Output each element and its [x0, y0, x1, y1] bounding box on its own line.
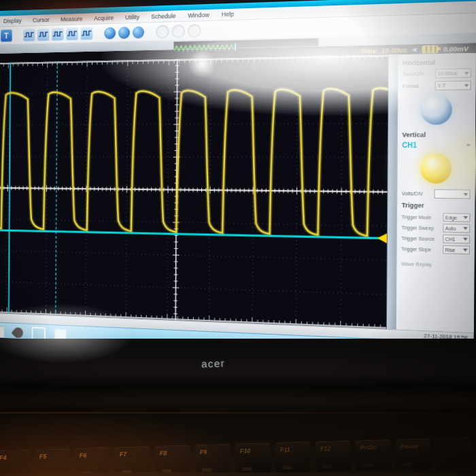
key-sub-icon — [322, 464, 332, 468]
trigger-row-0: Trigger ModeEdge — [402, 212, 471, 222]
scope-grid-svg — [0, 55, 388, 329]
trigger-settings: Trigger ModeEdgeTrigger SweepAutoTrigger… — [401, 210, 470, 254]
browser-icon[interactable] — [12, 325, 25, 340]
menu-item-schedule[interactable]: Schedule — [146, 12, 182, 20]
chevron-down-icon — [463, 216, 468, 219]
zoom-in-icon[interactable] — [156, 24, 169, 38]
channel-selector[interactable]: CH1 — [402, 141, 417, 150]
key-f9: F9 — [194, 444, 231, 475]
chevron-down-icon — [464, 71, 469, 74]
globe-icon[interactable] — [104, 27, 116, 39]
trigger-row-label: Trigger Slope — [401, 246, 431, 252]
acer-logo: acer — [201, 357, 226, 369]
voltsdiv-select[interactable] — [435, 189, 471, 199]
format-value: Y-T — [437, 82, 446, 89]
wave-replay-label: Wave Replay — [401, 261, 470, 268]
key-sub-icon — [362, 464, 372, 467]
key-sub-icon — [403, 462, 412, 466]
documents-icon[interactable] — [0, 326, 5, 338]
menu-item-display[interactable]: Display — [0, 17, 27, 24]
key-label: Pause — [400, 443, 418, 450]
key-label: F6 — [80, 452, 87, 459]
timediv-select[interactable]: 10.00us — [435, 68, 471, 78]
format-select[interactable]: Y-T — [435, 80, 471, 90]
key-f5: F5 — [34, 448, 70, 476]
menu-item-utility[interactable]: Utility — [120, 14, 146, 21]
ch1-position-line[interactable] — [0, 230, 387, 239]
key-label: F7 — [120, 451, 127, 458]
zoom-out-icon[interactable] — [172, 24, 186, 37]
menu-item-help[interactable]: Help — [216, 10, 240, 18]
laptop-hinge — [0, 385, 476, 415]
vertical-position-knob[interactable] — [420, 154, 452, 184]
time-cursor-1[interactable] — [9, 63, 10, 313]
horizontal-position-knob[interactable] — [421, 95, 452, 125]
run-stop-icon[interactable] — [118, 27, 130, 39]
vertical-section-title: Vertical — [402, 131, 471, 139]
trigger-row-select[interactable]: Edge — [443, 213, 470, 222]
chevron-down-icon — [464, 192, 469, 195]
trigger-row-3: Trigger SlopeRise — [401, 244, 470, 254]
key-label: F12 — [320, 445, 330, 452]
control-panel: Horizontal Time/DIV 10.00us Format Y-T — [396, 53, 476, 333]
menu-item-acquire[interactable]: Acquire — [88, 14, 120, 22]
record-overview-segment — [173, 38, 318, 50]
key-label: PrtSc — [360, 444, 376, 452]
trigger-arrow-icon: ◀ — [412, 46, 417, 53]
record-icon[interactable] — [133, 26, 144, 38]
key-dim — [435, 437, 471, 469]
key-f6: F6 — [74, 447, 110, 476]
trigger-row-select[interactable]: CH1 — [443, 235, 470, 244]
menu-item-measure[interactable]: Measure — [55, 15, 88, 22]
waveform-dual-icon[interactable] — [37, 29, 49, 41]
chevron-down-icon — [463, 249, 468, 252]
laptop-bezel — [0, 339, 476, 386]
photo-stage: SetupDisplayCursorMeasureAcquireUtilityS… — [0, 0, 476, 476]
menu-item-cursor[interactable]: Cursor — [27, 16, 55, 24]
key-label: F11 — [280, 446, 290, 453]
time-label: Time — [360, 46, 376, 54]
time-value: 10.00us — [381, 46, 407, 54]
key-label: F10 — [240, 447, 251, 454]
trigger-level-marker[interactable] — [377, 233, 387, 243]
key-f12: F12 — [315, 441, 351, 472]
key-prtsc: PrtSc — [355, 439, 391, 471]
trigger-row-label: Trigger Mode — [402, 214, 432, 220]
key-f11: F11 — [275, 441, 311, 473]
menu-item-window[interactable]: Window — [182, 12, 215, 19]
trigger-row-select[interactable]: Auto — [443, 224, 470, 233]
key-f8: F8 — [154, 445, 190, 476]
print-icon[interactable] — [188, 24, 201, 37]
format-label: Format — [403, 84, 419, 89]
key-label: F5 — [39, 453, 47, 460]
key-pause: Pause — [395, 438, 431, 469]
waveform-xy-icon[interactable] — [66, 27, 78, 40]
trigger-row-select[interactable]: Rise — [443, 245, 470, 255]
t-setup-button[interactable]: T — [1, 29, 12, 42]
chevron-down-icon — [463, 227, 468, 230]
chevron-down-icon — [466, 143, 471, 146]
battery-icon — [422, 45, 438, 53]
trigger-row-2: Trigger SourceCH1 — [401, 234, 470, 244]
key-label: F9 — [200, 449, 207, 456]
horizontal-section-title: Horizontal — [403, 58, 471, 67]
waveform-normal-icon[interactable] — [23, 29, 35, 41]
trigger-section-title: Trigger — [402, 202, 471, 210]
trigger-row-label: Trigger Sweep — [401, 225, 434, 231]
key-f7: F7 — [114, 446, 150, 476]
timediv-label: Time/DIV — [403, 71, 424, 77]
key-sub-icon — [282, 466, 292, 469]
laptop-screen: SetupDisplayCursorMeasureAcquireUtilityS… — [0, 0, 476, 360]
key-label: F4 — [0, 454, 6, 461]
timediv-value: 10.00us — [437, 70, 457, 77]
trigger-row-label: Trigger Source — [401, 235, 435, 241]
waveform-zoom-icon[interactable] — [52, 28, 64, 41]
key-f10: F10 — [235, 443, 271, 474]
trigger-row-1: Trigger SweepAuto — [401, 223, 470, 233]
voltsdiv-label: Volts/DIV — [402, 191, 423, 197]
trigger-level-value: 0.00mV — [443, 44, 469, 52]
waveform-roll-icon[interactable] — [81, 27, 93, 40]
ch1-waveform — [0, 87, 388, 238]
key-sub-icon — [202, 468, 211, 471]
key-sub-icon — [242, 467, 252, 471]
